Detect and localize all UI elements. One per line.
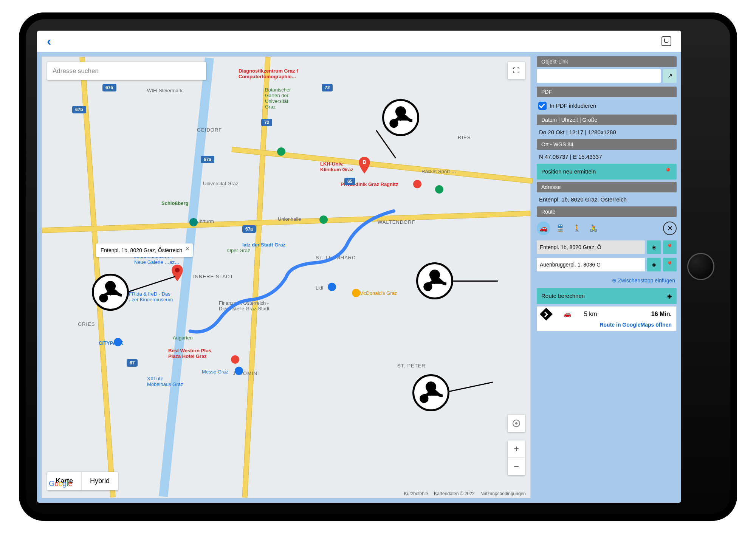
save-button[interactable] (662, 36, 671, 46)
objekt-link-input[interactable] (537, 69, 661, 83)
map-poi-label: McDonald's Graz (359, 290, 397, 296)
open-in-googlemaps-link[interactable]: Route in GoogleMaps öffnen (542, 322, 672, 328)
poi-dot (277, 147, 285, 156)
callout-close[interactable]: ✕ (185, 246, 190, 252)
road (42, 211, 530, 233)
hwy-shield: 72 (322, 84, 333, 91)
section-pdf: PDF (537, 87, 677, 97)
pdf-include-checkbox[interactable] (538, 102, 547, 110)
route-icon-badge (382, 99, 419, 136)
map-district: ST. PETER (397, 363, 426, 369)
pick-start-on-map-button[interactable]: 📍 (663, 240, 677, 254)
map-poi-label: Finanzamt Österreich - Dienststelle Graz… (219, 300, 270, 311)
poi-dot (189, 218, 198, 226)
hwy-shield: 67b (102, 84, 116, 91)
address-search-input[interactable]: Adresse suchen (47, 62, 206, 80)
map-column: B Entenpl. 1b, 8020 Graz, Österreich ✕ A… (42, 56, 531, 498)
map-poi-label: Lidl (316, 285, 323, 291)
map-poi-label: Botanischer Garten der Universität Graz (265, 87, 291, 110)
relocate-label: Position neu ermitteln (541, 168, 596, 175)
open-link-icon: ↗ (668, 72, 672, 79)
map-poi-label: Messe Graz (202, 369, 228, 375)
map-district: GRIES (78, 321, 95, 327)
map-type-hybrid[interactable]: Hybrid (81, 472, 118, 490)
section-location: Ort - WGS 84 (537, 139, 677, 150)
hwy-shield: 72 (261, 119, 272, 126)
mode-walk[interactable]: 🚶 (570, 222, 584, 235)
my-location-button[interactable] (508, 415, 525, 432)
section-objekt-link: Objekt-Link (537, 56, 677, 67)
home-button[interactable] (687, 253, 714, 280)
svg-point-0 (175, 268, 180, 272)
zoom-out-button[interactable]: − (508, 458, 525, 475)
add-waypoint-link[interactable]: ⊕ Zwischenstopp einfügen (537, 275, 677, 286)
connector (448, 381, 493, 392)
poi-dot (231, 355, 239, 364)
poi-dot (319, 215, 328, 224)
section-route: Route (537, 206, 677, 217)
zoom-controls: + − (508, 440, 525, 475)
topbar: ‹ (37, 31, 681, 52)
pdf-include-label: In PDF inkludieren (550, 102, 596, 109)
hwy-shield: 67b (72, 106, 86, 113)
route-result-card: 🚗 5 km 16 Min. Route in GoogleMaps öffne… (537, 306, 677, 331)
pin-icon: 📍 (664, 167, 672, 176)
result-duration: 16 Min. (651, 311, 672, 318)
poi-dot (114, 338, 122, 346)
tablet-frame: ‹ B (19, 12, 737, 521)
river (159, 57, 214, 497)
open-link-button[interactable]: ↗ (663, 69, 677, 83)
map-poi-label: Universität Graz (203, 181, 238, 186)
credits-data[interactable]: Kartendaten © 2022 (434, 491, 475, 496)
hwy-shield: 67 (127, 359, 138, 367)
section-address: Adresse (537, 182, 677, 192)
route-end-input[interactable] (537, 258, 645, 271)
mode-transit[interactable]: 🚆 (553, 222, 567, 235)
back-button[interactable]: ‹ (47, 34, 51, 48)
zoom-in-button[interactable]: + (508, 440, 525, 458)
map-district: INNERE STADT (193, 274, 233, 279)
route-icon-badge (412, 374, 449, 411)
map-poi-label: FRida & freD - Das ..zer Kindermuseum (129, 291, 173, 302)
directions-icon (540, 308, 553, 321)
address-callout[interactable]: Entenpl. 1b, 8020 Graz, Österreich ✕ (96, 243, 193, 257)
poi-dot (328, 283, 336, 291)
poi-dot (352, 289, 360, 297)
pick-end-on-map-button[interactable]: 📍 (663, 258, 677, 271)
poi-dot (413, 180, 421, 188)
route-icon-badge (92, 274, 129, 311)
route-icon-badge (416, 262, 453, 299)
mode-car[interactable]: 🚗 (537, 222, 550, 235)
map-pin-a[interactable] (172, 265, 183, 281)
calc-label: Route berechnen (541, 293, 585, 299)
hwy-shield: 65 (344, 178, 355, 185)
sidebar: Objekt-Link ↗ PDF In PDF inkludieren Dat… (537, 56, 677, 498)
road (231, 147, 533, 184)
use-start-location-button[interactable]: ◈ (647, 240, 661, 254)
calculate-route-button[interactable]: Route berechnen ◈ (537, 288, 677, 304)
map-poi-label: latz der Stadt Graz (242, 242, 285, 248)
datetime-value: Do 20 Okt | 12:17 | 1280x1280 (537, 127, 677, 137)
result-distance: 5 km (584, 311, 597, 318)
app-screen: ‹ B (37, 31, 681, 503)
relocate-button[interactable]: Position neu ermitteln 📍 (537, 164, 677, 180)
mode-bike[interactable]: 🚴 (587, 222, 600, 235)
google-logo: Google (49, 479, 72, 488)
map-poi-label: Schloßberg (161, 200, 189, 206)
hwy-shield: 67a (201, 156, 214, 163)
map-poi-label: WIFI Steiermark (147, 88, 183, 93)
map-pin-b[interactable]: B (359, 157, 370, 174)
map-credits: Kurzbefehle Kartendaten © 2022 Nutzungsb… (402, 491, 528, 496)
svg-text:B: B (363, 159, 366, 165)
connector (452, 280, 498, 282)
fullscreen-button[interactable]: ⛶ (508, 62, 525, 79)
route-start-input[interactable] (537, 240, 645, 254)
use-end-location-button[interactable]: ◈ (647, 258, 661, 271)
credits-shortcuts[interactable]: Kurzbefehle (404, 491, 428, 496)
poi-dot (235, 367, 243, 375)
result-mode-icon: 🚗 (564, 310, 571, 318)
map-poi-label: Oper Graz (227, 248, 250, 253)
map[interactable]: B Entenpl. 1b, 8020 Graz, Österreich ✕ A… (42, 56, 531, 498)
mode-clear[interactable]: ✕ (663, 222, 677, 235)
credits-terms[interactable]: Nutzungsbedingungen (480, 491, 526, 496)
